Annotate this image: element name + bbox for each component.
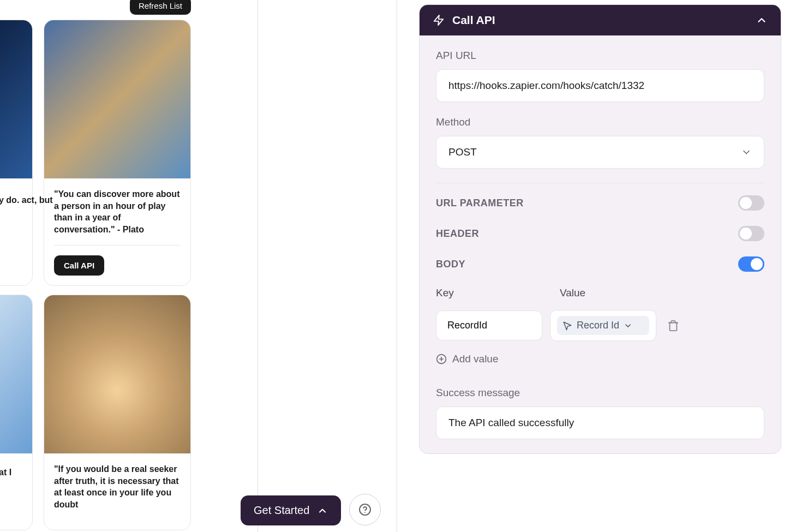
quote-text: "If you would be a real seeker after tru… (54, 463, 181, 510)
config-sidebar: Call API API URL Method POST URL PARAMET… (397, 0, 790, 532)
method-value: POST (448, 146, 477, 158)
url-parameter-label: URL PARAMETER (436, 198, 524, 209)
get-started-label: Get Started (254, 504, 309, 517)
panel-title: Call API (452, 14, 495, 27)
key-input[interactable] (436, 310, 542, 340)
cards-section: Refresh List "You can discover more abou… (0, 0, 196, 532)
card-partial (0, 295, 33, 530)
success-message-input[interactable] (436, 407, 764, 439)
quote-text: "You can discover more about a person in… (54, 188, 181, 235)
delete-row-button[interactable] (667, 320, 679, 332)
add-value-button[interactable]: Add value (436, 353, 764, 365)
card-body: "If you would be a real seeker after tru… (44, 453, 190, 530)
partial-card-text: at I (0, 468, 11, 477)
help-button[interactable] (349, 494, 381, 525)
url-parameter-row: URL PARAMETER (436, 195, 764, 211)
header-label: HEADER (436, 228, 479, 240)
url-parameter-toggle[interactable] (738, 195, 764, 211)
card-row: "You can discover more about a person in… (0, 20, 191, 286)
body-row: BODY (436, 256, 764, 272)
panel-header[interactable]: Call API (420, 5, 781, 35)
card-image (0, 295, 32, 453)
card-image (44, 20, 190, 178)
body-kv-row: Record Id (436, 310, 764, 341)
success-message-label: Success message (436, 387, 764, 399)
method-field: Method POST (436, 116, 764, 169)
chevron-down-icon (741, 147, 752, 158)
card-divider (54, 245, 181, 246)
kv-header: Key Value (436, 287, 764, 304)
body-label: BODY (436, 259, 465, 270)
card-row: "If you would be a real seeker after tru… (0, 295, 191, 530)
api-url-input[interactable] (436, 69, 764, 102)
value-field[interactable]: Record Id (550, 310, 656, 341)
chevron-up-icon[interactable] (756, 14, 768, 26)
api-url-label: API URL (436, 50, 764, 62)
value-pill-label: Record Id (577, 320, 619, 331)
panel-body: API URL Method POST URL PARAMETER HEADER (420, 35, 781, 453)
svg-marker-2 (434, 15, 444, 25)
chevron-up-icon (317, 505, 328, 516)
plus-circle-icon (436, 354, 447, 364)
header-row: HEADER (436, 226, 764, 241)
lightning-icon (433, 14, 445, 26)
cursor-icon (562, 321, 572, 331)
body-toggle[interactable] (738, 256, 764, 272)
call-api-button[interactable]: Call API (54, 255, 104, 276)
key-column-label: Key (436, 287, 542, 299)
method-select[interactable]: POST (436, 136, 764, 169)
question-icon (358, 503, 372, 516)
center-panel (258, 0, 397, 532)
get-started-button[interactable]: Get Started (241, 495, 341, 525)
value-column-label: Value (560, 287, 585, 299)
refresh-list-button[interactable]: Refresh List (130, 0, 191, 15)
card-partial (0, 20, 33, 286)
card: "If you would be a real seeker after tru… (44, 295, 191, 530)
card-image (0, 20, 32, 178)
card-image (44, 295, 190, 453)
api-url-field: API URL (436, 50, 764, 102)
card: "You can discover more about a person in… (44, 20, 191, 286)
add-value-label: Add value (452, 353, 499, 365)
header-toggle[interactable] (738, 226, 764, 241)
partial-card-text: y do. act, but (0, 194, 53, 206)
chevron-down-icon (624, 321, 632, 330)
trash-icon (667, 320, 679, 332)
call-api-panel: Call API API URL Method POST URL PARAMET… (419, 4, 781, 454)
method-label: Method (436, 116, 764, 128)
divider (436, 183, 764, 183)
card-body: "You can discover more about a person in… (44, 178, 190, 285)
